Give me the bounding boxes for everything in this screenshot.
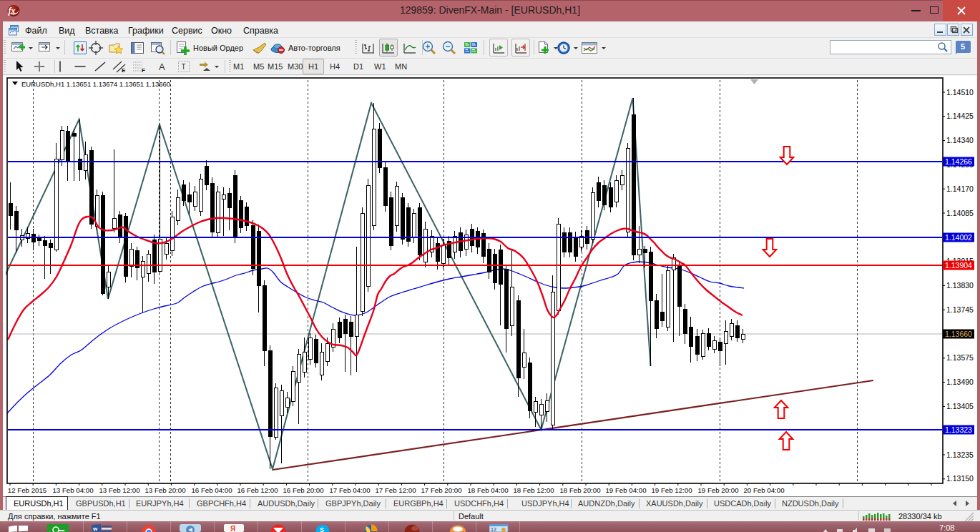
svg-text:13 Feb 04:00: 13 Feb 04:00 (52, 486, 94, 494)
svg-text:13 Feb 12:00: 13 Feb 12:00 (99, 486, 140, 494)
svg-text:1.13660: 1.13660 (945, 330, 972, 338)
svg-text:19 Feb 12:00: 19 Feb 12:00 (651, 486, 692, 494)
svg-text:Я: Я (230, 525, 235, 532)
svg-text:1.13405: 1.13405 (946, 402, 974, 410)
svg-text:1.13830: 1.13830 (946, 281, 974, 290)
svg-text:1.14170: 1.14170 (946, 184, 974, 193)
svg-text:16 Feb 20:00: 16 Feb 20:00 (283, 486, 324, 494)
svg-text:EURUSDh,H1 1.13651 1.13674 1.: EURUSDh,H1 1.13651 1.13674 1.13651 1.136… (21, 80, 170, 88)
svg-text:18 Feb 12:00: 18 Feb 12:00 (513, 486, 554, 494)
svg-text:1.13904: 1.13904 (945, 261, 972, 270)
svg-text:1.14002: 1.14002 (945, 233, 972, 242)
svg-text:S: S (320, 526, 324, 532)
svg-text:12: 12 (491, 527, 496, 532)
svg-text:F: F (142, 67, 145, 73)
svg-text:1.14340: 1.14340 (946, 136, 974, 144)
svg-text:17 Feb 04:00: 17 Feb 04:00 (329, 486, 371, 494)
svg-text:13 Feb 20:00: 13 Feb 20:00 (144, 486, 186, 494)
svg-text:17 Feb 20:00: 17 Feb 20:00 (421, 486, 462, 494)
svg-text:1.13150: 1.13150 (946, 474, 974, 483)
svg-text:1.14085: 1.14085 (946, 209, 974, 217)
svg-text:1.13323: 1.13323 (945, 425, 972, 434)
svg-text:18 Feb 20:00: 18 Feb 20:00 (559, 486, 601, 494)
svg-text:12 Feb 2015: 12 Feb 2015 (8, 486, 46, 494)
svg-text:17 Feb 12:00: 17 Feb 12:00 (375, 486, 416, 494)
svg-text:1.13490: 1.13490 (946, 378, 974, 386)
svg-text:w: w (92, 526, 98, 532)
svg-text:1.14510: 1.14510 (946, 88, 974, 97)
svg-text:E: E (122, 67, 126, 73)
svg-text:1.13235: 1.13235 (946, 450, 974, 459)
svg-text:T: T (182, 63, 186, 71)
svg-text:20 Feb 04:00: 20 Feb 04:00 (743, 486, 785, 494)
svg-text:19 Feb 04:00: 19 Feb 04:00 (605, 486, 647, 494)
svg-text:16 Feb 12:00: 16 Feb 12:00 (237, 486, 278, 494)
svg-text:1.14425: 1.14425 (946, 112, 974, 120)
svg-text:18 Feb 04:00: 18 Feb 04:00 (467, 486, 509, 494)
svg-text:16 Feb 04:00: 16 Feb 04:00 (191, 486, 232, 494)
svg-text:1.13575: 1.13575 (946, 353, 974, 362)
svg-text:19 Feb 20:00: 19 Feb 20:00 (697, 486, 739, 494)
svg-text:1.14266: 1.14266 (945, 157, 972, 166)
svg-text:1.13745: 1.13745 (946, 305, 974, 314)
